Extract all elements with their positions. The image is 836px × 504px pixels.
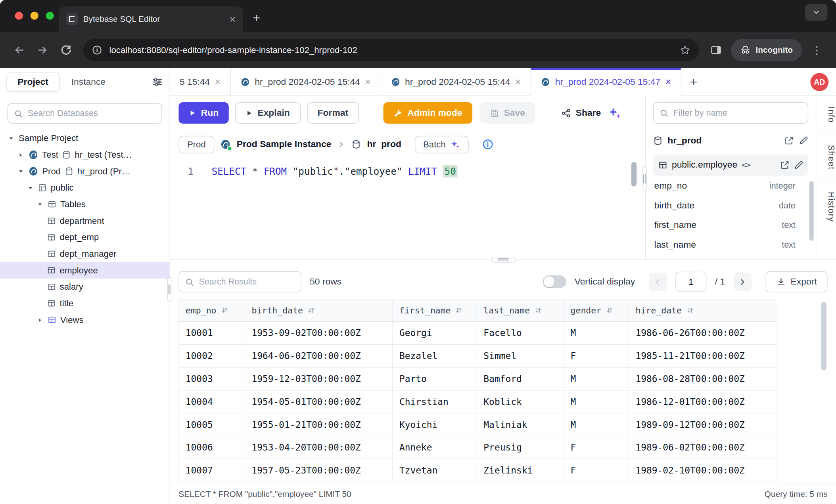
results-scrollbar[interactable] — [821, 302, 826, 370]
tree-item-table-title[interactable]: title — [0, 295, 170, 312]
sheet-tab[interactable]: hr_prod 2024-02-05 15:44 × — [381, 68, 531, 95]
minimize-window-button[interactable] — [31, 12, 38, 20]
vertical-display-toggle[interactable] — [543, 275, 566, 288]
table-row[interactable]: 100011953-09-02T00:00:00ZGeorgiFacelloM1… — [179, 321, 776, 344]
close-icon[interactable]: × — [365, 77, 371, 87]
prev-page-button[interactable] — [649, 273, 667, 291]
tab-close-icon[interactable]: × — [230, 14, 236, 25]
external-link-icon[interactable] — [780, 160, 790, 170]
results-search[interactable] — [178, 271, 301, 292]
table-row[interactable]: 100051955-01-21T00:00:00ZKyoichiMaliniak… — [179, 413, 776, 436]
reload-button[interactable] — [54, 38, 78, 62]
site-info-icon[interactable] — [92, 45, 102, 55]
export-button[interactable]: Export — [765, 271, 827, 292]
tree-item-table-dept-manager[interactable]: dept_manager — [0, 246, 170, 262]
rail-tab-sheet[interactable]: Sheet — [816, 134, 836, 181]
external-link-icon[interactable] — [784, 136, 794, 145]
tree-item-tables[interactable]: Tables — [0, 196, 170, 213]
tree-item-project[interactable]: Sample Project — [0, 130, 170, 147]
panel-database-row[interactable]: hr_prod — [653, 131, 808, 150]
page-input[interactable] — [675, 272, 706, 292]
sort-icon[interactable] — [606, 306, 614, 314]
sheet-tab[interactable]: 5 15:44 × — [170, 68, 231, 95]
sort-icon[interactable] — [307, 306, 315, 314]
tree-item-table-salary[interactable]: salary — [0, 279, 170, 295]
admin-mode-button[interactable]: Admin mode — [383, 102, 472, 124]
schema-filter-input[interactable] — [673, 108, 802, 118]
sheet-tab[interactable]: hr_prod 2024-02-05 15:44 × — [231, 68, 381, 95]
column-row[interactable]: birth_date date — [653, 195, 808, 215]
panel-scrollbar[interactable] — [809, 181, 814, 241]
close-icon[interactable]: × — [665, 77, 671, 87]
column-header[interactable]: hire_date — [629, 299, 776, 321]
table-row[interactable]: 100021964-06-02T00:00:00ZBezalelSimmelF1… — [179, 344, 776, 367]
close-icon[interactable]: × — [215, 77, 221, 87]
table-row[interactable]: 100031959-12-03T00:00:00ZPartoBamfordM19… — [179, 367, 776, 390]
save-button[interactable]: Save — [480, 102, 535, 124]
tree-item-test-instance[interactable]: Test hr_test (Test… — [0, 147, 170, 163]
tree-item-table-employee[interactable]: employee — [0, 262, 170, 279]
column-row[interactable]: emp_no integer — [653, 176, 808, 196]
column-header[interactable]: last_name — [477, 299, 564, 321]
rail-tab-info[interactable]: Info — [816, 96, 836, 134]
editor-scrollbar[interactable] — [631, 162, 637, 187]
query-info-icon[interactable] — [482, 139, 494, 151]
database-search-input[interactable] — [28, 109, 156, 118]
tab-search-button[interactable] — [805, 4, 827, 21]
table-row[interactable]: 100071957-05-23T00:00:00ZTzvetanZielinsk… — [179, 459, 776, 482]
sort-icon[interactable] — [221, 306, 228, 314]
sort-icon[interactable] — [686, 306, 694, 314]
results-search-input[interactable] — [199, 277, 295, 286]
sidebar-filter-button[interactable] — [151, 76, 163, 88]
close-icon[interactable]: × — [515, 77, 521, 87]
table-row[interactable]: 100061953-04-20T00:00:00ZAnnekePreusigF1… — [179, 436, 776, 459]
panel-resize-handle[interactable] — [642, 166, 647, 191]
database-search[interactable] — [8, 103, 162, 124]
edit-icon[interactable] — [799, 136, 808, 145]
explain-button[interactable]: Explain — [235, 102, 301, 124]
tab-project[interactable]: Project — [6, 73, 59, 92]
ai-assistant-button[interactable] — [607, 106, 621, 120]
sidebar-resize-handle[interactable] — [167, 277, 172, 302]
horizontal-splitter[interactable] — [170, 260, 836, 265]
run-button[interactable]: Run — [178, 102, 228, 124]
sort-icon[interactable] — [534, 306, 542, 314]
schema-filter[interactable] — [653, 102, 808, 124]
bookmark-star-icon[interactable] — [680, 45, 690, 55]
tree-item-views[interactable]: Views — [0, 311, 170, 328]
sql-editor[interactable]: 1 SELECT * FROM "public"."employee" LIMI… — [170, 159, 645, 260]
table-row[interactable]: 100041954-05-01T00:00:00ZChirstianKoblic… — [179, 390, 776, 413]
edit-icon[interactable] — [794, 160, 803, 170]
format-button[interactable]: Format — [307, 102, 359, 124]
new-tab-button[interactable]: + — [253, 12, 260, 25]
share-button[interactable]: Share — [556, 102, 606, 124]
column-header[interactable]: first_name — [393, 299, 477, 321]
browser-menu-button[interactable]: ⋮ — [805, 38, 828, 62]
column-header[interactable]: gender — [564, 299, 629, 321]
user-avatar[interactable]: AD — [810, 73, 828, 91]
tab-instance[interactable]: Instance — [71, 77, 105, 88]
sheet-tab-active[interactable]: hr_prod 2024-02-05 15:47 × — [531, 68, 681, 95]
batch-button[interactable]: Batch — [415, 136, 469, 153]
column-row[interactable]: last_name text — [653, 235, 808, 255]
add-sheet-button[interactable]: + — [681, 68, 706, 95]
tree-item-table-dept-emp[interactable]: dept_emp — [0, 229, 170, 246]
side-panel-button[interactable] — [704, 38, 728, 62]
tree-item-table-department[interactable]: department — [0, 212, 170, 229]
instance-name[interactable]: Prod Sample Instance — [237, 139, 332, 150]
tree-item-prod-instance[interactable]: Prod hr_prod (Pr… — [0, 163, 170, 179]
forward-button[interactable] — [31, 38, 54, 62]
column-header[interactable]: birth_date — [245, 299, 393, 321]
code-icon[interactable]: <> — [742, 160, 750, 170]
back-button[interactable] — [8, 38, 31, 62]
next-page-button[interactable] — [734, 273, 752, 291]
database-name[interactable]: hr_prod — [367, 139, 401, 150]
panel-table-row[interactable]: public.employee <> — [653, 155, 808, 176]
tree-item-schema-public[interactable]: public — [0, 179, 170, 196]
splitter-handle[interactable] — [491, 257, 516, 263]
zoom-window-button[interactable] — [46, 12, 54, 20]
address-bar[interactable]: localhost:8080/sql-editor/prod-sample-in… — [83, 39, 699, 61]
column-header[interactable]: emp_no — [179, 299, 245, 321]
close-window-button[interactable] — [15, 12, 23, 20]
sort-icon[interactable] — [455, 306, 463, 314]
